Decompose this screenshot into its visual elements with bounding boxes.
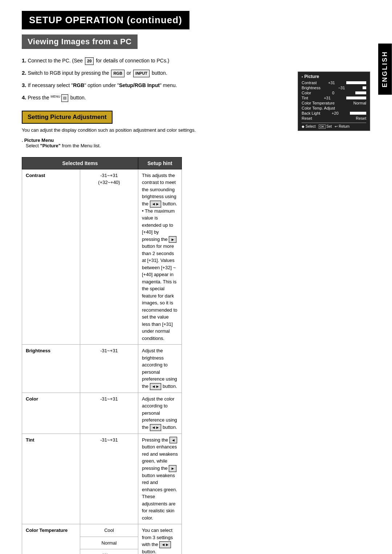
picture-menu-sub: Select "Picture" from the Menu list. (22, 143, 370, 148)
range-normal: Normal (80, 537, 138, 549)
arrow-lr-btn: ◄► (150, 383, 162, 390)
arrow-right-icon: ► (169, 236, 176, 243)
range-warm: Warm (80, 549, 138, 554)
osd-row-tint: Tint +31 (302, 96, 366, 100)
col-setup-hint: Setup hint (138, 157, 182, 169)
table-row-color: Color -31~+31 Adjust the color according… (22, 393, 370, 434)
osd-title: ▪ Picture (302, 74, 366, 79)
osd-bar-backlight (350, 112, 366, 115)
range-cool: Cool (80, 524, 138, 537)
menu-label: MENU (50, 95, 60, 98)
menu-button: ⊟ (61, 94, 68, 102)
hint-contrast: This adjusts the contrast to meet the su… (138, 169, 182, 345)
input-button: INPUT (133, 70, 150, 78)
item-contrast: Contrast (22, 169, 80, 345)
range-brightness: -31~+31 (80, 345, 138, 393)
osd-row-colortempAdj: Color Temp. Adjust (302, 106, 366, 110)
item-color-temperature: Color Temperature (22, 524, 80, 554)
arrow-lr-btn-ctemp: ◄► (159, 541, 171, 548)
osd-row-backlight: Back Light +20 (302, 111, 366, 115)
range-tint: -31~+31 (80, 434, 138, 524)
setup-hint-table: Selected Items Setup hint Contrast -31~+… (22, 157, 370, 554)
range-color: -31~+31 (80, 393, 138, 434)
arrow-lr-btn-color: ◄► (150, 424, 162, 431)
item-tint: Tint (22, 434, 80, 524)
osd-bar-brightness (363, 86, 366, 89)
hint-color-temperature: You can select from 3 settings with the … (138, 524, 182, 554)
main-title: SETUP OPERATION (continued) (22, 11, 370, 34)
osd-footer: ◆ Select OK Set ↩ Return (302, 123, 366, 128)
osd-row-contrast: Contrast +31 (302, 81, 366, 85)
osd-bar-contrast (346, 81, 366, 84)
table-row-tint: Tint -31~+31 Pressing the ◄ button enhan… (22, 434, 370, 524)
table-row-contrast: Contrast -31~+31(+32~+40) This adjusts t… (22, 169, 370, 345)
osd-bar-color (355, 91, 366, 94)
item-color: Color (22, 393, 80, 434)
osd-bar-tint (346, 97, 366, 99)
osd-row-brightness: Brightness −31 (302, 86, 366, 90)
hint-tint: Pressing the ◄ button enhances red and w… (138, 434, 182, 524)
item-brightness: Brightness (22, 345, 80, 393)
col-selected-items: Selected Items (22, 157, 138, 169)
hint-brightness: Adjust the brightness according to perso… (138, 345, 182, 393)
table-row-brightness: Brightness -31~+31 Adjust the brightness… (22, 345, 370, 393)
picture-menu-label: . Picture Menu (22, 138, 370, 143)
arrow-lr-icon: ◄► (150, 201, 162, 208)
osd-row-color: Color 0 (302, 91, 366, 95)
table-row-color-temp: Color Temperature Cool You can select fr… (22, 524, 370, 537)
arrow-right-icon-tint: ► (169, 465, 176, 472)
sub-title: Viewing Images from a PC (22, 34, 370, 56)
range-contrast: -31~+31(+32~+40) (80, 169, 138, 345)
osd-row-reset: Reset Reset (302, 116, 366, 120)
arrow-left-icon: ◄ (170, 437, 177, 444)
rgb-button: RGB (111, 70, 124, 78)
page-ref-20: 20 (85, 57, 94, 65)
step4-area: ▪ Picture Contrast +31 Brightness −31 Co… (22, 93, 370, 153)
hint-color: Adjust the color according to personal p… (138, 393, 182, 434)
step-1: 1. Connect to the PC. (See 20 for detail… (22, 56, 370, 65)
osd-preview: ▪ Picture Contrast +31 Brightness −31 Co… (298, 71, 370, 131)
osd-row-colortemp: Color Temperature Normal (302, 101, 366, 105)
